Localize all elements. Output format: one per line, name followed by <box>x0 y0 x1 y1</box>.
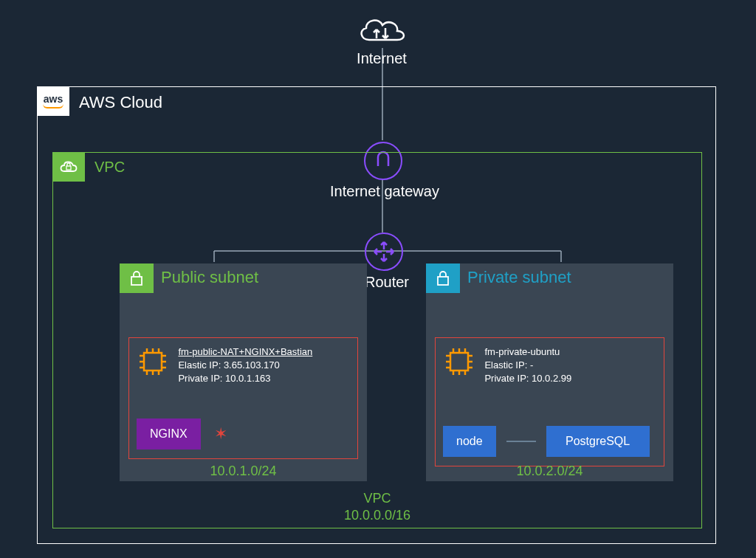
service-connector-line <box>506 441 536 442</box>
lock-icon <box>435 269 451 287</box>
vpc-cloud-icon <box>58 158 79 176</box>
cloud-icon <box>354 13 409 47</box>
svg-rect-22 <box>450 353 468 371</box>
aws-logo-text: aws <box>44 94 63 104</box>
marker-icon: ✶ <box>214 424 227 444</box>
vpc-title: VPC <box>94 159 125 176</box>
vpc-footer-name: VPC <box>363 491 391 506</box>
internet-block: Internet <box>354 13 409 67</box>
elastic-ip-label: Elastic IP: <box>178 359 221 371</box>
public-instance-name: fm-public-NAT+NGINX+Bastian <box>178 346 312 357</box>
svg-rect-8 <box>144 353 162 371</box>
private-services-row: node PostgreSQL <box>443 426 656 457</box>
ec2-chip-icon <box>137 345 169 378</box>
private-elastic-ip: - <box>530 359 533 371</box>
public-subnet-title: Public subnet <box>161 268 258 287</box>
public-elastic-ip: 3.65.103.170 <box>224 359 280 371</box>
lock-icon <box>128 269 145 287</box>
private-ip-label: Private IP: <box>178 373 222 384</box>
private-subnet-title: Private subnet <box>467 268 571 287</box>
private-instance: fm-private-ubuntu Elastic IP: - Private … <box>435 337 664 466</box>
public-subnet-cidr: 10.0.1.0/24 <box>120 464 367 479</box>
router-label: Router <box>365 274 409 291</box>
service-postgresql: PostgreSQL <box>546 426 650 457</box>
svg-rect-6 <box>66 166 71 170</box>
vpc-container: VPC Router Public subnet <box>52 152 702 528</box>
svg-rect-21 <box>438 277 448 285</box>
aws-cloud-container: aws AWS Cloud Internet gateway VPC <box>37 86 716 544</box>
private-subnet-badge <box>426 264 460 293</box>
aws-cloud-title: AWS Cloud <box>79 93 162 112</box>
public-instance: fm-public-NAT+NGINX+Bastian Elastic IP: … <box>128 337 358 459</box>
aws-logo-badge: aws <box>37 86 69 116</box>
private-subnet: body Private subnet fm-privat <box>426 264 673 481</box>
vpc-footer: VPC 10.0.0.0/16 <box>53 490 701 523</box>
public-instance-text: fm-public-NAT+NGINX+Bastian Elastic IP: … <box>178 345 312 386</box>
svg-rect-7 <box>131 277 142 285</box>
private-subnet-cidr: 10.0.2.0/24 <box>426 464 673 479</box>
ec2-chip-icon <box>443 345 475 378</box>
elastic-ip-label: Elastic IP: <box>484 359 527 371</box>
router-icon <box>365 232 403 271</box>
vpc-cidr: 10.0.0.0/16 <box>344 508 410 523</box>
router-block: Router <box>365 232 409 291</box>
private-private-ip: 10.0.2.99 <box>532 373 571 384</box>
service-node: node <box>443 426 496 457</box>
internet-label: Internet <box>354 50 409 67</box>
aws-smile-icon <box>43 104 63 108</box>
private-instance-text: fm-private-ubuntu Elastic IP: - Private … <box>484 345 571 386</box>
public-subnet-badge <box>120 264 154 293</box>
public-subnet: Public subnet fm-public-NAT+NGINX+ <box>120 264 367 481</box>
private-ip-label: Private IP: <box>484 373 529 384</box>
public-services-row: NGINX ✶ <box>137 418 350 450</box>
service-nginx: NGINX <box>137 418 201 450</box>
private-instance-name: fm-private-ubuntu <box>484 346 560 357</box>
public-private-ip: 10.0.1.163 <box>225 373 270 384</box>
vpc-badge-icon <box>52 152 85 182</box>
